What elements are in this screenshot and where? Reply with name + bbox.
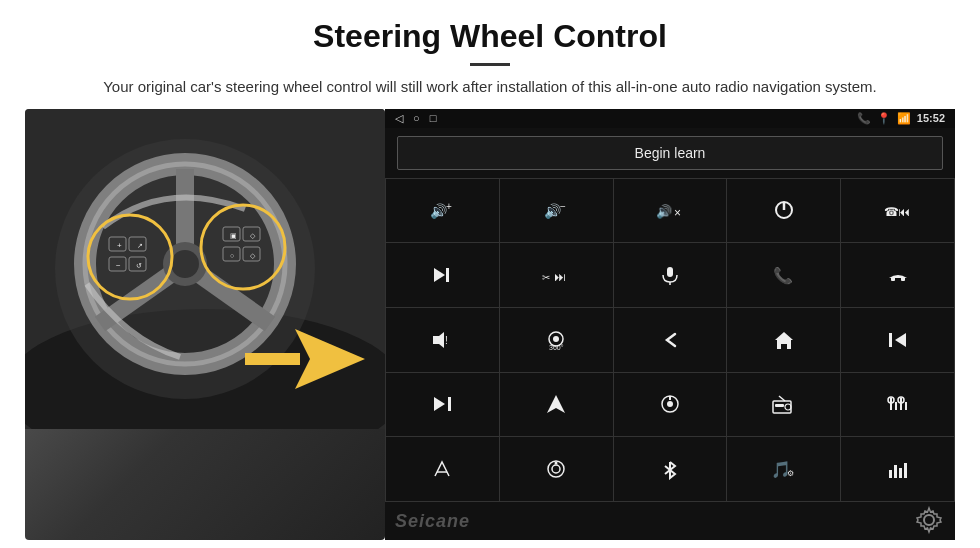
wifi-icon: 📶 bbox=[897, 112, 911, 125]
camera-360-button[interactable]: 360° bbox=[500, 308, 613, 372]
bluetooth-button[interactable] bbox=[614, 437, 727, 501]
svg-text:☎: ☎ bbox=[884, 205, 899, 219]
svg-text:✂: ✂ bbox=[542, 272, 550, 283]
svg-marker-59 bbox=[547, 395, 565, 413]
settings-gear-icon[interactable] bbox=[915, 506, 945, 536]
volume-up-button[interactable]: 🔊+ bbox=[386, 179, 499, 243]
svg-rect-84 bbox=[904, 463, 907, 478]
radio-button[interactable] bbox=[727, 373, 840, 437]
svg-text:⏮: ⏮ bbox=[898, 205, 910, 219]
prev-track-phone-button[interactable]: ☎ ⏮ bbox=[841, 179, 954, 243]
speaker-button[interactable]: ! bbox=[386, 308, 499, 372]
svg-point-76 bbox=[555, 462, 558, 465]
mute-button[interactable]: 🔊 × bbox=[614, 179, 727, 243]
status-bar: ◁ ○ □ 📞 📍 📶 15:52 bbox=[385, 109, 955, 128]
call-button[interactable]: 📞 bbox=[727, 243, 840, 307]
svg-marker-49 bbox=[433, 332, 444, 348]
volume-down-button[interactable]: 🔊− bbox=[500, 179, 613, 243]
page-container: Steering Wheel Control Your original car… bbox=[0, 0, 980, 548]
hang-up-button[interactable] bbox=[841, 243, 954, 307]
svg-text:↺: ↺ bbox=[136, 262, 142, 269]
svg-point-75 bbox=[552, 465, 560, 473]
content-row: + ↗ − ↺ ▣ ◇ ○ ◇ bbox=[0, 109, 980, 549]
svg-marker-54 bbox=[775, 332, 793, 349]
back-button[interactable] bbox=[614, 308, 727, 372]
svg-rect-41 bbox=[446, 268, 449, 282]
svg-rect-57 bbox=[448, 397, 451, 411]
home-button[interactable] bbox=[727, 308, 840, 372]
svg-text:⏭: ⏭ bbox=[554, 270, 566, 284]
header-section: Steering Wheel Control Your original car… bbox=[0, 0, 980, 109]
equalizer-button[interactable] bbox=[841, 373, 954, 437]
android-screen: ◁ ○ □ 📞 📍 📶 15:52 Begin learn bbox=[385, 109, 955, 541]
status-nav: ◁ ○ □ bbox=[395, 112, 436, 125]
svg-marker-56 bbox=[895, 333, 906, 347]
svg-text:○: ○ bbox=[230, 252, 234, 259]
car-image-section: + ↗ − ↺ ▣ ◇ ○ ◇ bbox=[25, 109, 385, 541]
brand-watermark: Seicane bbox=[395, 511, 470, 532]
svg-point-9 bbox=[171, 250, 199, 278]
back-nav-icon[interactable]: ◁ bbox=[395, 112, 403, 125]
svg-text:+: + bbox=[117, 241, 122, 250]
svg-text:!: ! bbox=[445, 335, 448, 346]
title-divider bbox=[470, 63, 510, 66]
svg-rect-29 bbox=[245, 353, 300, 365]
svg-point-52 bbox=[553, 336, 559, 342]
phone-icon: 📞 bbox=[857, 112, 871, 125]
location-icon: 📍 bbox=[877, 112, 891, 125]
begin-learn-row: Begin learn bbox=[385, 128, 955, 178]
svg-text:📞: 📞 bbox=[773, 266, 793, 285]
time-display: 15:52 bbox=[917, 112, 945, 124]
svg-rect-65 bbox=[775, 404, 784, 407]
svg-text:360°: 360° bbox=[549, 344, 564, 351]
next-skip-button[interactable] bbox=[386, 373, 499, 437]
svg-rect-81 bbox=[889, 470, 892, 478]
microphone-button[interactable] bbox=[614, 243, 727, 307]
spectrum-button[interactable] bbox=[841, 437, 954, 501]
bottom-bar: Seicane bbox=[385, 502, 955, 540]
status-indicators: 📞 📍 📶 15:52 bbox=[857, 112, 945, 125]
navigate-button[interactable] bbox=[500, 373, 613, 437]
svg-text:▣: ▣ bbox=[230, 232, 237, 239]
car-background: + ↗ − ↺ ▣ ◇ ○ ◇ bbox=[25, 109, 385, 541]
svg-marker-58 bbox=[434, 397, 445, 411]
svg-marker-40 bbox=[434, 268, 445, 282]
svg-rect-44 bbox=[667, 267, 673, 277]
svg-text:×: × bbox=[674, 206, 681, 220]
control-grid: 🔊+ 🔊− 🔊 × bbox=[385, 178, 955, 503]
home-nav-icon[interactable]: ○ bbox=[413, 112, 420, 124]
svg-text:⚙: ⚙ bbox=[787, 469, 794, 478]
voice-button[interactable] bbox=[386, 437, 499, 501]
settings-knob-button[interactable] bbox=[500, 437, 613, 501]
svg-text:+: + bbox=[446, 201, 452, 212]
svg-text:🔊: 🔊 bbox=[656, 203, 673, 220]
begin-learn-button[interactable]: Begin learn bbox=[397, 136, 943, 170]
fast-forward-button[interactable]: ✂ ⏭ bbox=[500, 243, 613, 307]
svg-rect-48 bbox=[901, 277, 905, 281]
prev-prev-button[interactable] bbox=[841, 308, 954, 372]
music-button[interactable]: 🎵 ⚙ bbox=[727, 437, 840, 501]
svg-point-85 bbox=[924, 515, 934, 525]
recent-nav-icon[interactable]: □ bbox=[430, 112, 437, 124]
svg-text:−: − bbox=[116, 261, 121, 270]
svg-text:↗: ↗ bbox=[137, 242, 143, 249]
subtitle-text: Your original car's steering wheel contr… bbox=[60, 76, 920, 99]
svg-rect-82 bbox=[894, 465, 897, 478]
svg-rect-83 bbox=[899, 468, 902, 478]
skip-forward-button[interactable] bbox=[386, 243, 499, 307]
svg-rect-47 bbox=[891, 277, 895, 281]
svg-rect-55 bbox=[889, 333, 892, 347]
page-title: Steering Wheel Control bbox=[60, 18, 920, 55]
source-button[interactable] bbox=[614, 373, 727, 437]
svg-point-61 bbox=[667, 401, 673, 407]
svg-point-64 bbox=[785, 404, 791, 410]
svg-text:−: − bbox=[560, 201, 566, 212]
power-button[interactable] bbox=[727, 179, 840, 243]
